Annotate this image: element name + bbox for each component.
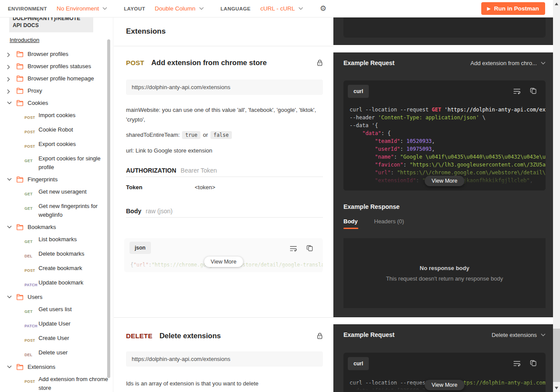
page-title: Extensions — [126, 27, 166, 36]
wrap-text-icon[interactable] — [513, 361, 521, 367]
chevron-down-icon — [7, 295, 12, 298]
method-badge: POST — [24, 266, 38, 275]
language-select[interactable]: cURL - cURL — [260, 5, 295, 12]
example-column: Example Request Add extension from chro.… — [333, 17, 553, 392]
collection-title[interactable]: DOLPHIN{ANTY}/REMOTE API DOCS — [9, 17, 93, 32]
folder-icon — [16, 75, 24, 82]
wrap-text-icon[interactable] — [290, 246, 298, 252]
tab-curl[interactable]: curl — [348, 85, 369, 98]
sidebar-request[interactable]: GETGet users list — [0, 305, 109, 316]
divider — [126, 217, 323, 218]
method-badge: POST — [24, 128, 38, 136]
sidebar-folder[interactable]: Extensions — [0, 363, 109, 371]
method-badge: GET — [24, 156, 38, 165]
code-false: false — [210, 131, 232, 139]
code-line: "data": { — [350, 129, 546, 137]
folder-icon — [16, 51, 24, 57]
code-line: "name": "Google \u041f\u0435\u0440\u0435… — [350, 153, 546, 161]
description-ids: Ids is an array of extension is that you… — [126, 379, 326, 389]
sidebar-request[interactable]: POSTCookie Robot — [0, 125, 109, 136]
sidebar: DOLPHIN{ANTY}/REMOTE API DOCS Introducti… — [0, 17, 113, 392]
sidebar-request[interactable]: POSTImport cookies — [0, 111, 109, 122]
method-badge: DEL — [24, 350, 38, 359]
sidebar-item-introduction[interactable]: Introduction — [10, 37, 39, 43]
sidebar-request[interactable]: PATCHUpdate bookmark — [0, 278, 109, 289]
tab-response-body[interactable]: Body — [343, 218, 358, 229]
sidebar-request[interactable]: GETList bookmarks — [0, 235, 109, 246]
example-selector[interactable]: Delete extensions — [492, 332, 546, 338]
request-label: Create User — [38, 334, 109, 343]
scroll-down-arrow-icon[interactable] — [555, 387, 558, 389]
tab-curl[interactable]: curl — [348, 357, 369, 370]
sidebar-folder[interactable]: Browser profiles statuses — [0, 62, 109, 71]
copy-icon[interactable] — [306, 245, 313, 252]
chevron-down-icon — [541, 333, 546, 336]
scroll-up-arrow-icon[interactable] — [555, 3, 558, 5]
folder-icon — [16, 100, 24, 106]
tab-response-headers[interactable]: Headers (0) — [374, 218, 404, 229]
curl-code-block: curl curl --location --request GET 'http… — [343, 80, 546, 191]
view-more-button[interactable]: View More — [425, 380, 465, 390]
sidebar-folder[interactable]: Bookmarks — [0, 223, 109, 232]
sidebar-request[interactable]: DELDelete user — [0, 348, 109, 359]
method-badge: POST — [24, 142, 38, 151]
code-line: --header 'Content-Type: application/json… — [350, 114, 546, 121]
sidebar-request[interactable]: POSTCreate User — [0, 334, 109, 345]
layout-label: LAYOUT — [124, 6, 145, 11]
example-response-title: Example Response — [343, 203, 399, 210]
chevron-down-icon[interactable] — [199, 7, 204, 10]
page-scrollbar[interactable] — [553, 0, 560, 392]
folder-label: Cookies — [28, 99, 109, 108]
sidebar-scrollbar-thumb[interactable] — [107, 39, 110, 378]
sidebar-request[interactable]: DELDelete bookmarks — [0, 250, 109, 260]
request-label: Update bookmark — [38, 278, 109, 287]
request-body-code-card: json {"url":"https://chrome.google.com/w… — [124, 238, 323, 272]
method-badge: GET — [24, 190, 38, 198]
sidebar-request[interactable]: GETExport cookies for single profile — [0, 154, 109, 172]
method-badge: PATCH — [24, 281, 38, 289]
copy-icon[interactable] — [530, 360, 537, 367]
sidebar-request[interactable]: POSTExport cookies — [0, 140, 109, 151]
view-more-button[interactable]: View More — [425, 176, 465, 186]
curl-code-block: curl curl --location --request DELETE 'h… — [343, 353, 546, 392]
tab-json[interactable]: json — [130, 242, 151, 254]
sidebar-request[interactable]: GETGet new fingerprints for webglinfo — [0, 202, 109, 219]
example-panel-delete: Example Request Delete extensions curl c… — [333, 324, 553, 392]
sidebar-folder[interactable]: Fingerprints — [0, 175, 109, 184]
sidebar-request[interactable]: PATCHUpdate User — [0, 319, 109, 330]
request-label: Update User — [38, 319, 109, 328]
layout-select[interactable]: Double Column — [155, 5, 196, 12]
method-badge: GET — [24, 204, 38, 213]
authorization-heading: AUTHORIZATIONBearer Token — [126, 167, 217, 174]
sidebar-request[interactable]: POSTAdd extension from chrome store — [0, 375, 109, 392]
sidebar-folder[interactable]: Browser profiles — [0, 50, 109, 59]
sidebar-folder[interactable]: Browser profile homepage — [0, 74, 109, 83]
sidebar-request[interactable]: POSTCreate bookmark — [0, 264, 109, 275]
request-label: Add extension from chrome store — [38, 375, 109, 392]
copy-icon[interactable] — [530, 87, 537, 94]
folder-label: Users — [28, 293, 109, 302]
example-selector[interactable]: Add extension from chro... — [470, 60, 546, 66]
wrap-text-icon[interactable] — [513, 88, 521, 94]
gear-icon[interactable]: ⚙ — [320, 4, 326, 13]
sidebar-request[interactable]: GETGet new useragent — [0, 187, 109, 198]
chevron-down-icon — [7, 101, 12, 104]
sidebar-folder[interactable]: Users — [0, 293, 109, 302]
chevron-down-icon[interactable] — [102, 7, 107, 10]
page-scrollbar-thumb[interactable] — [553, 329, 560, 382]
folder-label: Browser profiles statuses — [28, 62, 109, 71]
view-more-button[interactable]: View More — [204, 257, 243, 267]
method-badge-delete: DELETE — [126, 332, 152, 340]
request-label: Get new useragent — [38, 187, 109, 196]
divider — [114, 46, 333, 46]
code-line: curl --location --request GET 'https://d… — [350, 106, 546, 114]
run-in-postman-button[interactable]: ▶ Run in Postman — [481, 2, 545, 15]
environment-select[interactable]: No Environment — [56, 5, 99, 12]
method-badge: PATCH — [24, 322, 38, 330]
doc-column: Extensions POST Add extension from chrom… — [114, 17, 333, 392]
sidebar-folder[interactable]: Proxy — [0, 87, 109, 95]
chevron-down-icon[interactable] — [298, 7, 303, 10]
sidebar-folder[interactable]: Cookies — [0, 99, 109, 108]
request-label: Delete user — [38, 348, 109, 357]
folder-icon — [16, 63, 24, 69]
